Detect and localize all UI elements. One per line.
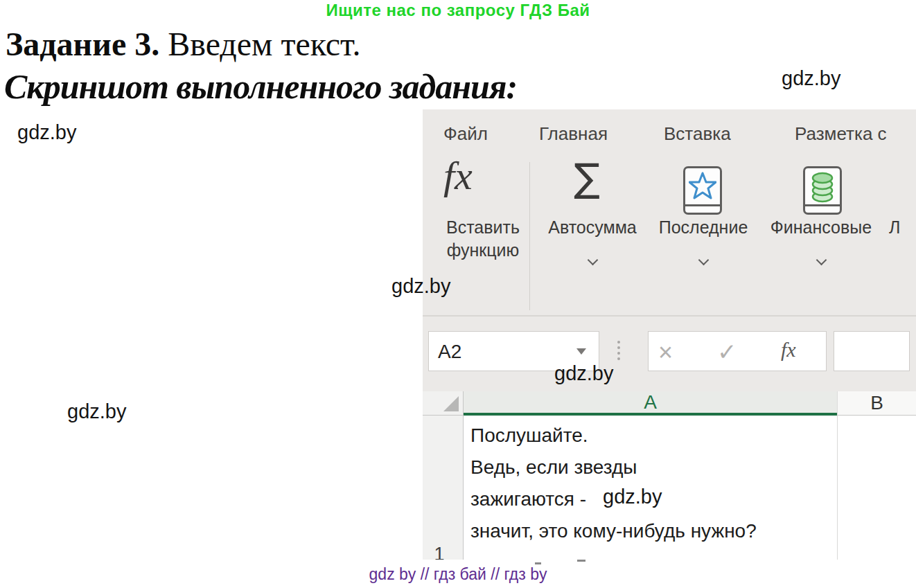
column-header-b[interactable]: B xyxy=(837,391,916,416)
cell-a1-line: значит, это кому-нибудь нужно? xyxy=(470,515,757,547)
cell-a1-line: Ведь, если звезды xyxy=(470,452,757,483)
recent-dropdown-chevron-icon[interactable] xyxy=(698,255,710,266)
book-coins-icon[interactable] xyxy=(803,166,842,215)
formula-buttons-box xyxy=(648,331,827,371)
insert-function-label-1: Вставить xyxy=(446,217,520,237)
watermark: gdz.by xyxy=(67,400,126,423)
task-heading: Задание 3. Введем текст. xyxy=(6,25,360,63)
cell-a1-line: Послушайте. xyxy=(470,420,757,452)
insert-function-button[interactable]: Вставитьфункцию xyxy=(428,216,538,262)
financial-dropdown-chevron-icon[interactable] xyxy=(816,255,827,266)
insert-function-icon[interactable]: fx xyxy=(443,152,473,199)
cropped-text-artifact xyxy=(535,562,541,564)
financial-functions-button[interactable]: Финансовые xyxy=(762,216,880,239)
task-heading-number: Задание 3. xyxy=(6,26,159,62)
column-header-a[interactable]: A xyxy=(464,391,837,416)
task-heading-text: Введем текст. xyxy=(159,26,360,62)
watermark: gdz.by xyxy=(391,275,450,298)
watermark: gdz.by xyxy=(782,67,840,90)
tab-page-layout[interactable]: Разметка с xyxy=(795,123,887,145)
cancel-icon[interactable]: × xyxy=(658,338,673,367)
site-banner: Ищите нас по запросу ГДЗ Бай xyxy=(0,1,916,20)
watermark: gdz.by xyxy=(603,485,662,508)
autosum-button[interactable]: Автосумма xyxy=(534,216,651,239)
autosum-icon[interactable]: ∑ xyxy=(574,155,600,200)
ribbon-bottom-divider xyxy=(423,315,916,317)
screenshot-subheading: Скриншот выполненного задания: xyxy=(4,66,517,107)
watermark: gdz.by xyxy=(17,121,76,144)
tab-home[interactable]: Главная xyxy=(539,123,608,145)
book-star-icon[interactable] xyxy=(683,166,722,215)
enter-icon[interactable]: ✓ xyxy=(717,338,737,366)
truncated-ribbon-label: Л xyxy=(889,216,916,239)
formula-bar-input[interactable] xyxy=(834,331,910,371)
cropped-text-artifact xyxy=(577,560,585,562)
insert-function-small-icon[interactable]: fx xyxy=(781,338,796,362)
name-box-dropdown-icon[interactable] xyxy=(576,348,586,355)
row-header-strip: 1 2 xyxy=(423,416,464,560)
name-box-value[interactable]: A2 xyxy=(438,341,461,363)
ribbon-group-divider xyxy=(529,162,530,310)
row-header-1[interactable]: 1 xyxy=(423,544,456,560)
tab-file[interactable]: Файл xyxy=(443,123,488,145)
select-all-button[interactable] xyxy=(423,391,464,416)
tab-insert[interactable]: Вставка xyxy=(664,123,731,145)
cell-a1[interactable]: Послушайте. Ведь, если звезды зажигаются… xyxy=(470,420,757,547)
recent-functions-button[interactable]: Последние xyxy=(644,216,762,239)
footer-watermark: gdz by // гдз бай // гдз by xyxy=(0,565,916,584)
autosum-dropdown-chevron-icon[interactable] xyxy=(588,255,599,266)
cells-area: Послушайте. Ведь, если звезды зажигаются… xyxy=(464,416,916,560)
page: Ищите нас по запросу ГДЗ Бай Задание 3. … xyxy=(0,0,916,588)
gridline-vertical xyxy=(837,416,838,560)
spreadsheet-grid: A B 1 2 Послушайте. Ведь, если звезды за… xyxy=(423,389,916,560)
excel-screenshot: Файл Главная Вставка Разметка с fx Встав… xyxy=(423,109,916,560)
watermark: gdz.by xyxy=(554,362,613,385)
insert-function-label-2: функцию xyxy=(447,240,520,260)
select-all-triangle-icon xyxy=(443,396,459,411)
formula-bar-drag-handle-icon[interactable] xyxy=(617,341,620,344)
